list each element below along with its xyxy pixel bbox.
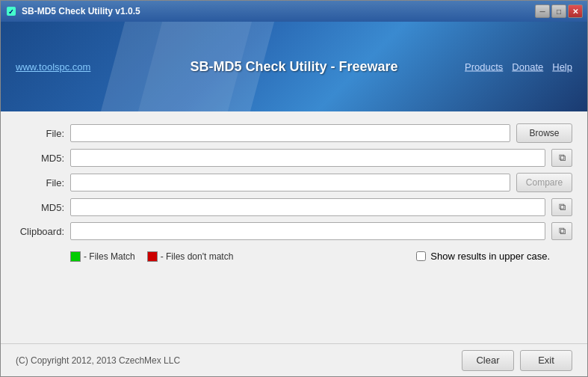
uppercase-option: Show results in upper case. [416,251,572,262]
legend-area: - Files Match - Files don't match Show r… [16,251,572,262]
file2-label: File: [16,177,64,188]
match-label: - Files Match [84,251,135,262]
donate-link[interactable]: Donate [512,61,543,73]
uppercase-checkbox[interactable] [416,251,426,261]
main-window: ✓ SB-MD5 Check Utility v1.0.5 ─ □ ✕ www.… [0,0,588,377]
copy-icon: ⧉ [559,201,566,213]
match-legend: - Files Match [70,251,135,262]
products-link[interactable]: Products [465,61,503,73]
maximize-button[interactable]: □ [551,4,566,18]
md5-1-row: MD5: ⧉ [16,149,572,167]
window-title: SB-MD5 Check Utility v1.0.5 [22,6,535,16]
main-content: File: Browse MD5: ⧉ File: Compare MD5: ⧉ [1,111,587,343]
minimize-button[interactable]: ─ [535,4,550,18]
copyright-text: (C) Copyright 2012, 2013 CzechMex LLC [16,355,180,366]
file2-row: File: Compare [16,173,572,192]
svg-text:✓: ✓ [8,8,14,16]
footer-buttons: Clear Exit [462,350,572,371]
copy-icon: ⧉ [559,152,566,164]
paste-icon: ⧉ [559,225,566,237]
nomatch-color-box [147,251,158,262]
window-controls: ─ □ ✕ [535,4,583,18]
md5-2-input[interactable] [70,198,545,216]
title-bar: ✓ SB-MD5 Check Utility v1.0.5 ─ □ ✕ [1,1,587,22]
clipboard-row: Clipboard: ⧉ [16,222,572,240]
uppercase-label: Show results in upper case. [430,251,550,262]
app-title: SB-MD5 Check Utility - Freeware [190,59,397,75]
file1-label: File: [16,128,64,139]
header-navigation: Products Donate Help [465,61,572,73]
clear-button[interactable]: Clear [462,350,514,371]
nomatch-legend: - Files don't match [147,251,234,262]
file2-input[interactable] [70,174,510,191]
file1-row: File: Browse [16,123,572,143]
md5-1-label: MD5: [16,153,64,164]
exit-button[interactable]: Exit [520,350,572,371]
footer: (C) Copyright 2012, 2013 CzechMex LLC Cl… [1,343,587,376]
md5-2-label: MD5: [16,202,64,213]
md5-1-copy-button[interactable]: ⧉ [551,149,572,167]
compare-button[interactable]: Compare [516,173,572,192]
website-link[interactable]: www.toolspc.com [16,61,90,73]
close-button[interactable]: ✕ [568,4,583,18]
clipboard-label: Clipboard: [16,226,64,237]
header-banner: www.toolspc.com SB-MD5 Check Utility - F… [1,22,587,111]
md5-2-copy-button[interactable]: ⧉ [551,198,572,216]
file1-input[interactable] [70,124,510,142]
match-color-box [70,251,81,262]
clipboard-input[interactable] [70,222,545,240]
md5-1-input[interactable] [70,149,545,167]
help-link[interactable]: Help [552,61,572,73]
app-icon: ✓ [5,5,17,17]
clipboard-copy-button[interactable]: ⧉ [551,222,572,240]
nomatch-label: - Files don't match [161,251,234,262]
browse-button[interactable]: Browse [516,123,572,143]
md5-2-row: MD5: ⧉ [16,198,572,216]
